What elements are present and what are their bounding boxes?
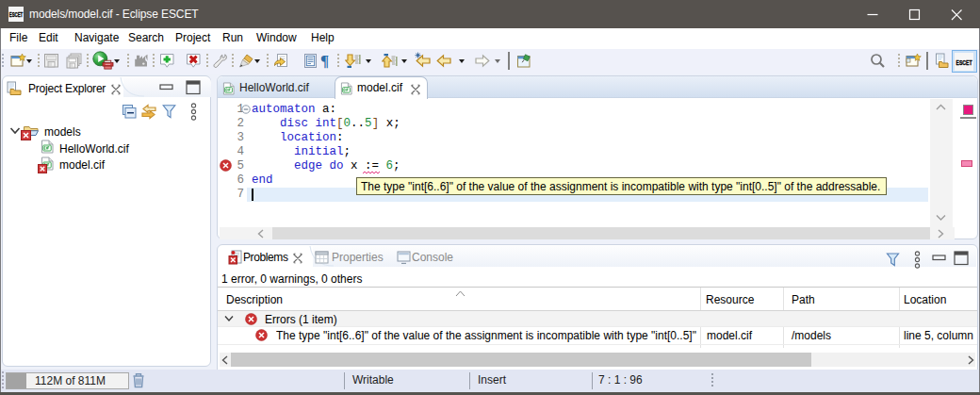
svg-text:ESCET: ESCET — [9, 10, 24, 19]
